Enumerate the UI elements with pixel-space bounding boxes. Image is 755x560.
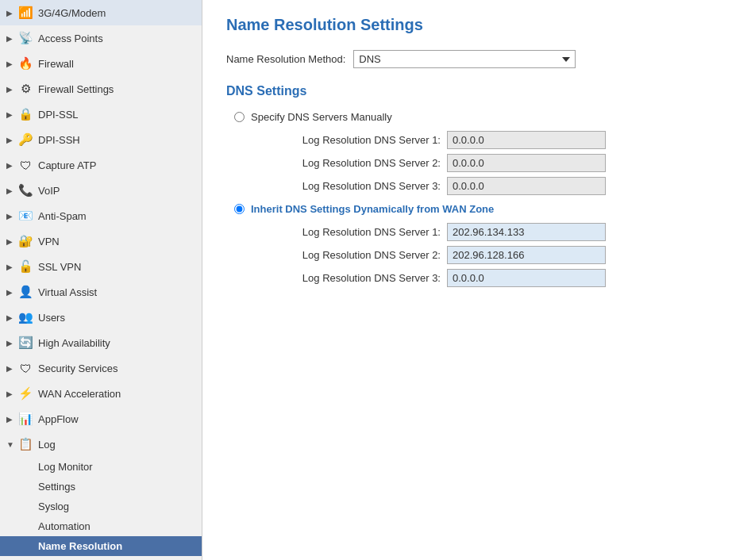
inherit-radio-row: Inherit DNS Settings Dynamically from WA…	[234, 203, 731, 215]
inherit-field-input-2[interactable]	[447, 269, 606, 287]
icon-high-availability: 🔄	[17, 335, 33, 351]
specify-label: Specify DNS Servers Manually	[251, 111, 392, 123]
icon-appflow: 📊	[17, 411, 33, 427]
sidebar-item-high-availability[interactable]: ▶ 🔄 High Availability	[0, 330, 202, 355]
specify-field-input-1[interactable]	[447, 154, 606, 172]
icon-vpn: 🔐	[17, 233, 33, 249]
sidebar-item-3g4g[interactable]: ▶ 📶 3G/4G/Modem	[0, 0, 202, 25]
page-title: Name Resolution Settings	[226, 16, 731, 34]
sidebar-label-capture-atp: Capture ATP	[38, 159, 96, 171]
inherit-field-label-0: Log Resolution DNS Server 1:	[258, 226, 441, 238]
sidebar-item-dpi-ssh[interactable]: ▶ 🔑 DPI-SSH	[0, 127, 202, 152]
icon-virtual-assist: 👤	[17, 284, 33, 300]
subitem-label-syslog: Syslog	[38, 501, 69, 512]
sidebar-item-wan-acceleration[interactable]: ▶ ⚡ WAN Acceleration	[0, 381, 202, 406]
sidebar-item-log[interactable]: ▼ 📋 Log	[0, 432, 202, 457]
sidebar-label-high-availability: High Availability	[38, 337, 110, 349]
icon-capture-atp: 🛡	[17, 157, 33, 173]
specify-radio-row: Specify DNS Servers Manually	[234, 111, 731, 123]
sidebar-label-firewall-settings: Firewall Settings	[38, 83, 114, 95]
arrow-icon: ▶	[6, 59, 14, 68]
subitem-label-automation: Automation	[38, 520, 91, 532]
arrow-icon: ▶	[6, 415, 14, 424]
icon-users: 👥	[17, 309, 33, 325]
icon-security-services: 🛡	[17, 360, 33, 376]
icon-dpi-ssh: 🔑	[17, 132, 33, 148]
sidebar-item-voip[interactable]: ▶ 📞 VoIP	[0, 178, 202, 203]
inherit-radio[interactable]	[234, 204, 245, 214]
sidebar-item-ssl-vpn[interactable]: ▶ 🔓 SSL VPN	[0, 254, 202, 279]
sidebar-subitem-syslog[interactable]: Syslog	[0, 497, 202, 516]
arrow-icon: ▶	[6, 34, 14, 43]
icon-ssl-vpn: 🔓	[17, 259, 33, 274]
sidebar-subitem-automation[interactable]: Automation	[0, 516, 202, 536]
specify-field-label-0: Log Resolution DNS Server 1:	[258, 134, 441, 146]
arrow-icon: ▶	[6, 110, 14, 119]
sidebar-subitem-settings[interactable]: Settings	[0, 477, 202, 497]
inherit-label: Inherit DNS Settings Dynamically from WA…	[251, 203, 494, 215]
inherit-field-input-1[interactable]	[447, 246, 606, 264]
specify-field-row-1: Log Resolution DNS Server 2:	[258, 154, 731, 172]
arrow-icon: ▶	[6, 212, 14, 221]
arrow-icon: ▶	[6, 186, 14, 195]
method-select[interactable]: DNS NetBIOS Both	[353, 50, 576, 68]
arrow-icon: ▼	[6, 440, 14, 449]
sidebar-item-appflow[interactable]: ▶ 📊 AppFlow	[0, 406, 202, 432]
sidebar-item-firewall-settings[interactable]: ▶ ⚙ Firewall Settings	[0, 76, 202, 102]
sidebar-label-vpn: VPN	[38, 236, 60, 247]
sidebar-item-vpn[interactable]: ▶ 🔐 VPN	[0, 228, 202, 254]
inherit-field-row-2: Log Resolution DNS Server 3:	[258, 269, 731, 287]
arrow-icon: ▶	[6, 237, 14, 246]
sidebar-label-access-points: Access Points	[38, 33, 103, 44]
sidebar-label-security-services: Security Services	[38, 362, 117, 374]
sidebar-label-voip: VoIP	[38, 185, 60, 197]
icon-voip: 📞	[17, 182, 33, 198]
specify-field-input-0[interactable]	[447, 131, 606, 149]
sidebar-item-capture-atp[interactable]: ▶ 🛡 Capture ATP	[0, 152, 202, 178]
specify-field-input-2[interactable]	[447, 177, 606, 195]
arrow-icon: ▶	[6, 364, 14, 373]
sidebar-label-appflow: AppFlow	[38, 413, 79, 425]
inherit-fields: Log Resolution DNS Server 1: Log Resolut…	[258, 223, 731, 287]
specify-fields: Log Resolution DNS Server 1: Log Resolut…	[258, 131, 731, 195]
dns-section-title: DNS Settings	[226, 84, 731, 98]
sidebar-label-ssl-vpn: SSL VPN	[38, 261, 81, 273]
sidebar-label-anti-spam: Anti-Spam	[38, 210, 87, 222]
sidebar-label-dpi-ssl: DPI-SSL	[38, 109, 79, 121]
arrow-icon: ▶	[6, 263, 14, 271]
sidebar-item-access-points[interactable]: ▶ 📡 Access Points	[0, 25, 202, 51]
sidebar-subitem-log-monitor[interactable]: Log Monitor	[0, 457, 202, 477]
inherit-field-row-0: Log Resolution DNS Server 1:	[258, 223, 731, 241]
arrow-icon: ▶	[6, 339, 14, 347]
arrow-icon: ▶	[6, 161, 14, 170]
method-row: Name Resolution Method: DNS NetBIOS Both	[226, 50, 731, 68]
subitem-label-settings: Settings	[38, 481, 75, 493]
icon-access-points: 📡	[17, 30, 33, 46]
method-label: Name Resolution Method:	[226, 53, 345, 65]
arrow-icon: ▶	[6, 9, 14, 17]
sidebar-label-virtual-assist: Virtual Assist	[38, 286, 97, 298]
icon-anti-spam: 📧	[17, 208, 33, 224]
sidebar-subitem-name-resolution[interactable]: Name Resolution	[0, 536, 202, 556]
arrow-icon: ▶	[6, 389, 14, 398]
sidebar-item-anti-spam[interactable]: ▶ 📧 Anti-Spam	[0, 203, 202, 228]
arrow-icon: ▶	[6, 313, 14, 322]
inherit-field-input-0[interactable]	[447, 223, 606, 241]
sidebar-item-security-services[interactable]: ▶ 🛡 Security Services	[0, 355, 202, 381]
main-content: Name Resolution Settings Name Resolution…	[202, 0, 755, 560]
inherit-field-label-1: Log Resolution DNS Server 2:	[258, 249, 441, 261]
sidebar-item-virtual-assist[interactable]: ▶ 👤 Virtual Assist	[0, 279, 202, 305]
inherit-field-label-2: Log Resolution DNS Server 3:	[258, 272, 441, 284]
specify-field-label-2: Log Resolution DNS Server 3:	[258, 180, 441, 192]
icon-firewall: 🔥	[17, 56, 33, 71]
sidebar-label-users: Users	[38, 312, 65, 324]
sidebar-item-firewall[interactable]: ▶ 🔥 Firewall	[0, 51, 202, 76]
arrow-icon: ▶	[6, 85, 14, 94]
sidebar-item-dpi-ssl[interactable]: ▶ 🔒 DPI-SSL	[0, 102, 202, 127]
specify-radio[interactable]	[234, 112, 245, 122]
icon-dpi-ssl: 🔒	[17, 106, 33, 122]
arrow-icon: ▶	[6, 288, 14, 297]
sidebar-label-log: Log	[38, 439, 56, 451]
sidebar-item-users[interactable]: ▶ 👥 Users	[0, 305, 202, 330]
specify-field-row-2: Log Resolution DNS Server 3:	[258, 177, 731, 195]
